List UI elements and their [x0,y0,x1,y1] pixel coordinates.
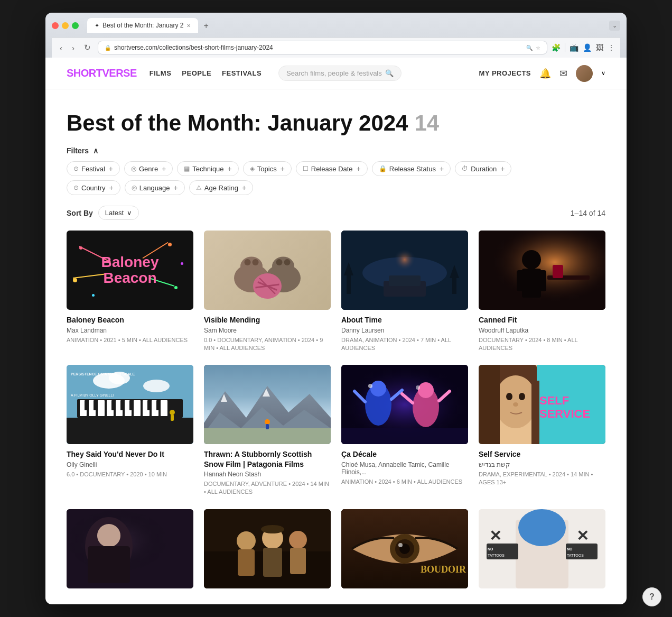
film-card-row3-2[interactable] [204,509,331,594]
film-meta-self-service: DRAMA, EXPERIMENTAL • 2024 • 14 MIN • AG… [479,471,605,487]
film-card-thrawn[interactable]: Thrawn: A Stubbornly Scottish Snow Film … [204,365,331,496]
search-bar[interactable]: Search films, people & festivals 🔍 [278,66,402,81]
svg-text:NO: NO [567,547,573,551]
maximize-button[interactable] [72,22,79,29]
svg-point-9 [272,257,294,276]
page-title-text: Best of the Month: January 2024 [67,110,408,136]
my-projects-link[interactable]: MY PROJECTS [479,69,531,77]
film-title-about: About Time [341,315,468,325]
filters-row-2: ⊙ Country + ◎ Language + ⚠ Age Rating + [67,180,605,195]
svg-rect-32 [553,265,563,278]
new-tab-button[interactable]: + [199,19,212,33]
svg-rect-104 [290,548,306,574]
svg-point-66 [265,419,270,425]
browser-chrome: ✦ Best of the Month: January 2 ✕ + ⌄ ‹ ›… [45,13,627,58]
sort-dropdown[interactable]: Latest ∨ [98,206,139,220]
filter-festival[interactable]: ⊙ Festival + [67,161,120,176]
film-card-they-said[interactable]: PERSISTENCE ON A MAJOR SCALE A FILM BY O… [67,365,193,496]
svg-rect-29 [517,270,525,291]
age-rating-icon: ⚠ [196,184,202,191]
nav-films[interactable]: FILMS [150,69,172,77]
release-status-plus-icon: + [440,164,444,173]
filter-release-status[interactable]: 🔒 Release Status + [372,161,451,176]
svg-point-84 [494,375,537,428]
svg-point-10 [276,259,283,265]
profile-icon[interactable]: 👤 [583,43,592,52]
technique-icon: ▦ [184,165,190,172]
svg-rect-80 [341,428,468,444]
nav-more-button[interactable]: ⌄ [609,21,620,31]
svg-rect-19 [347,273,351,294]
filters-header[interactable]: Filters ∧ [67,146,605,155]
user-menu-chevron[interactable]: ∨ [601,70,605,77]
search-icon: 🔍 [385,69,394,77]
film-card-ca-decale[interactable]: Ça Décale Chloé Musa, Annabelle Tamic, C… [341,365,468,496]
film-grid: BaloneyBeacon Baloney Beacon Max Landman… [67,231,605,593]
film-meta-about: DRAMA, ANIMATION • 2024 • 7 MIN • ALL AU… [341,336,468,353]
film-meta-they-said: 6.0 • DOCUMENTARY • 2020 • 10 MIN [67,471,193,478]
svg-text:NO: NO [488,547,493,551]
film-meta-baloney: ANIMATION • 2021 • 5 MIN • ALL AUDIENCES [67,336,193,344]
active-tab[interactable]: ✦ Best of the Month: January 2 ✕ [87,18,198,33]
filter-technique[interactable]: ▦ Technique + [177,161,238,176]
address-url: shortverse.com/collections/best-short-fi… [114,44,523,51]
film-director-thrawn: Hannah Neon Stash [204,471,331,478]
notifications-icon[interactable]: 🔔 [539,68,551,79]
film-card-row3-4[interactable]: ✕ ✕ NO TATTOOS NO TATTOOS [479,509,605,594]
menu-icon[interactable]: ⋮ [608,43,615,52]
filter-genre[interactable]: ◎ Genre + [124,161,173,176]
svg-point-111 [398,543,403,547]
extensions-icon[interactable]: 🧩 [552,43,561,52]
tab-title: Best of the Month: January 2 [102,22,183,29]
svg-rect-24 [389,275,421,286]
film-card-self-service[interactable]: SELF SERVICE Self Service קשת בגדיש DRAM… [479,365,605,496]
avatar-icon[interactable]: 🖼 [596,43,603,52]
filter-release-date[interactable]: ☐ Release Date + [296,161,368,176]
help-button[interactable]: ? [642,587,661,606]
svg-rect-37 [67,418,193,444]
tab-close-button[interactable]: ✕ [186,23,191,29]
film-card-row3-1[interactable] [67,509,193,594]
minimize-button[interactable] [62,22,69,29]
film-card-row3-3[interactable]: BOUDOIR [341,509,468,594]
decale-svg [341,365,468,444]
nav-people[interactable]: PEOPLE [182,69,211,77]
forward-button[interactable]: › [69,42,77,53]
film-card-baloney-beacon[interactable]: BaloneyBeacon Baloney Beacon Max Landman… [67,231,193,352]
svg-point-18 [391,249,418,275]
filter-age-rating[interactable]: ⚠ Age Rating + [189,180,254,195]
refresh-button[interactable]: ↻ [81,42,94,53]
site-header: SHORTVERSE FILMS PEOPLE FESTIVALS Search… [45,58,627,89]
svg-point-105 [261,525,284,533]
filter-country[interactable]: ⊙ Country + [67,180,120,195]
filter-topics[interactable]: ◈ Topics + [243,161,292,176]
close-button[interactable] [52,22,59,29]
filter-language[interactable]: ◎ Language + [125,180,185,195]
film-director-canned: Woodruff Laputka [479,327,605,334]
filter-country-label: Country [81,184,106,192]
film-title-baloney: Baloney Beacon [67,315,193,325]
film-card-about-time[interactable]: About Time Danny Laursen DRAMA, ANIMATIO… [341,231,468,352]
svg-point-7 [253,259,259,265]
address-bar[interactable]: 🔒 shortverse.com/collections/best-short-… [98,41,547,54]
age-rating-plus-icon: + [242,183,246,192]
svg-rect-96 [88,546,130,583]
nav-festivals[interactable]: FESTIVALS [222,69,262,77]
filters-row-1: ⊙ Festival + ◎ Genre + ▦ Technique + [67,161,605,176]
svg-text:SELF: SELF [539,394,569,407]
row3-2-svg [204,509,331,588]
svg-rect-55 [156,400,161,410]
film-meta-canned: DOCUMENTARY • 2024 • 8 MIN • ALL AUDIENC… [479,336,605,353]
film-card-canned-fit[interactable]: Canned Fit Woodruff Laputka DOCUMENTARY … [479,231,605,352]
user-avatar[interactable] [576,65,593,82]
filter-language-label: Language [139,184,170,192]
messages-icon[interactable]: ✉ [559,68,567,79]
toolbar-icons: 🧩 📺 👤 🖼 ⋮ [552,43,615,52]
cast-icon[interactable]: 📺 [570,43,578,52]
back-button[interactable]: ‹ [57,42,65,53]
filter-release-status-label: Release Status [389,165,436,173]
site-logo[interactable]: SHORTVERSE [67,67,137,79]
filter-duration[interactable]: ⏱ Duration + [455,161,511,176]
svg-line-1 [73,274,105,279]
film-card-visible-mending[interactable]: Visible Mending Sam Moore 0.0 • DOCUMENT… [204,231,331,352]
